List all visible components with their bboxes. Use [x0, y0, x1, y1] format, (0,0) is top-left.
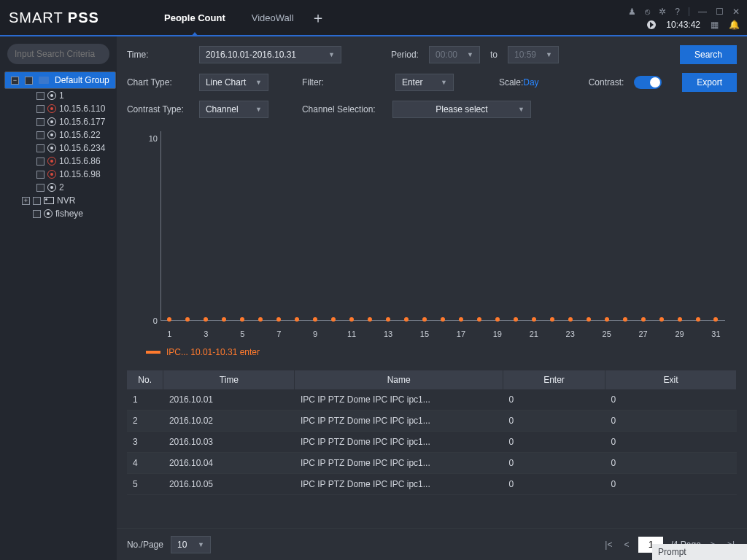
tab-label: People Count: [164, 12, 225, 23]
checkbox[interactable]: [36, 131, 44, 139]
data-point: [415, 319, 433, 322]
x-tick: 11: [343, 330, 361, 338]
cell-no: 4: [127, 453, 163, 474]
prompt-bar[interactable]: Prompt: [652, 544, 747, 560]
tree-label: Default Group: [55, 75, 109, 85]
filter-bar: Time: 2016.10.01-2016.10.31▼ Period: 00:…: [117, 36, 747, 131]
data-point: [689, 319, 707, 322]
minimize-icon[interactable]: —: [698, 7, 707, 17]
sidebar-search[interactable]: [7, 44, 109, 64]
x-tick: [288, 330, 306, 338]
table-row[interactable]: 32016.10.03IPC IP PTZ Dome IPC IPC ipc1.…: [127, 432, 737, 453]
add-tab-button[interactable]: ＋: [307, 8, 329, 28]
tree-device[interactable]: 10.15.6.98: [34, 168, 112, 181]
rows-per-page-select[interactable]: 10▼: [171, 536, 211, 553]
logo-bold: PSS: [68, 9, 99, 26]
export-button[interactable]: Export: [682, 73, 737, 92]
tree-device[interactable]: 10.15.6.22: [34, 128, 112, 141]
data-point: [270, 319, 288, 322]
x-tick: [616, 330, 634, 338]
data-point: [288, 319, 306, 322]
table-row[interactable]: 42016.10.04IPC IP PTZ Dome IPC IPC ipc1.…: [127, 453, 737, 474]
channel-selection-select[interactable]: Please select▼: [392, 101, 531, 118]
gear-icon[interactable]: ✲: [659, 7, 666, 17]
tree-label: 2: [59, 182, 64, 192]
tree-device[interactable]: 10.15.6.234: [34, 141, 112, 155]
close-icon[interactable]: ✕: [732, 7, 740, 17]
device-icon: [47, 144, 56, 152]
period-to-select[interactable]: 10:59▼: [508, 46, 559, 63]
checkbox[interactable]: [36, 184, 44, 192]
separator: [689, 7, 689, 16]
collapse-icon[interactable]: −: [11, 77, 19, 85]
data-point: [433, 319, 452, 322]
tab-people-count[interactable]: People Count: [151, 0, 239, 36]
cell-time: 2016.10.05: [163, 474, 295, 495]
period-from-select[interactable]: 00:00▼: [429, 46, 480, 63]
filter-select[interactable]: Enter▼: [395, 74, 454, 91]
tab-label: VideoWall: [252, 12, 294, 23]
checkbox[interactable]: [36, 171, 44, 179]
line-chart: 10 0 135791113151719212325272931: [139, 131, 725, 343]
th-time[interactable]: Time: [163, 370, 295, 389]
tree-device[interactable]: 1: [34, 89, 112, 102]
data-point: [233, 319, 252, 322]
app-logo: SMART PSS: [9, 9, 151, 26]
time-range-select[interactable]: 2016.10.01-2016.10.31▼: [199, 46, 341, 63]
checkbox[interactable]: [36, 118, 44, 126]
tree-device[interactable]: 10.15.6.86: [34, 155, 112, 168]
lock-icon[interactable]: ⎋: [645, 7, 650, 17]
checkbox[interactable]: [25, 77, 33, 85]
tree-device[interactable]: 2: [34, 181, 112, 194]
table-row[interactable]: 12016.10.01IPC IP PTZ Dome IPC IPC ipc1.…: [127, 389, 737, 411]
search-input[interactable]: [15, 49, 117, 59]
cell-time: 2016.10.02: [163, 411, 295, 432]
contrast-type-select[interactable]: Channel▼: [199, 101, 268, 118]
search-button[interactable]: Search: [680, 45, 737, 64]
bell-icon[interactable]: 🔔: [729, 20, 740, 30]
checkbox[interactable]: [36, 158, 44, 166]
chevron-down-icon: ▼: [255, 106, 262, 113]
th-exit[interactable]: Exit: [605, 370, 737, 389]
chevron-down-icon: ▼: [467, 51, 473, 58]
x-tick: [579, 330, 597, 338]
maximize-icon[interactable]: ☐: [716, 7, 724, 17]
cpu-icon[interactable]: ▦: [711, 20, 719, 30]
data-point: [470, 319, 488, 322]
cell-enter: 0: [503, 474, 605, 495]
device-icon: [47, 157, 56, 166]
x-tick: 25: [597, 330, 616, 338]
table-row[interactable]: 52016.10.05IPC IP PTZ Dome IPC IPC ipc1.…: [127, 474, 737, 495]
checkbox[interactable]: [36, 105, 44, 113]
help-icon[interactable]: ?: [675, 7, 680, 17]
tree-root[interactable]: − Default Group: [4, 71, 116, 89]
select-value: 10: [177, 540, 187, 550]
table-row[interactable]: 22016.10.02IPC IP PTZ Dome IPC IPC ipc1.…: [127, 411, 737, 432]
user-icon[interactable]: ♟: [628, 7, 636, 17]
checkbox[interactable]: [36, 144, 44, 152]
prev-page-button[interactable]: <: [622, 540, 631, 550]
th-enter[interactable]: Enter: [503, 370, 605, 389]
clock-time: 10:43:42: [666, 20, 700, 30]
x-tick: 13: [379, 330, 398, 338]
th-no[interactable]: No.: [127, 370, 163, 389]
checkbox[interactable]: [36, 92, 44, 100]
cell-time: 2016.10.03: [163, 432, 295, 453]
contrast-toggle[interactable]: [634, 76, 662, 89]
tree-device[interactable]: 10.15.6.110: [34, 102, 112, 115]
tree-device[interactable]: 10.15.6.177: [34, 115, 112, 128]
tree-nvr[interactable]: + NVR: [19, 194, 112, 207]
rows-per-page-label: No./Page: [127, 540, 163, 550]
expand-icon[interactable]: +: [22, 197, 30, 205]
tab-videowall[interactable]: VideoWall: [239, 0, 307, 36]
data-point: [361, 319, 379, 322]
scale-value: Day: [523, 77, 538, 88]
chart-type-select[interactable]: Line Chart▼: [199, 74, 268, 91]
first-page-button[interactable]: |<: [603, 540, 614, 550]
tree-fisheye[interactable]: fisheye: [19, 207, 112, 220]
th-name[interactable]: Name: [295, 370, 503, 389]
checkbox[interactable]: [33, 197, 41, 205]
cell-enter: 0: [503, 411, 605, 432]
checkbox[interactable]: [33, 210, 41, 218]
data-point: [707, 319, 725, 322]
